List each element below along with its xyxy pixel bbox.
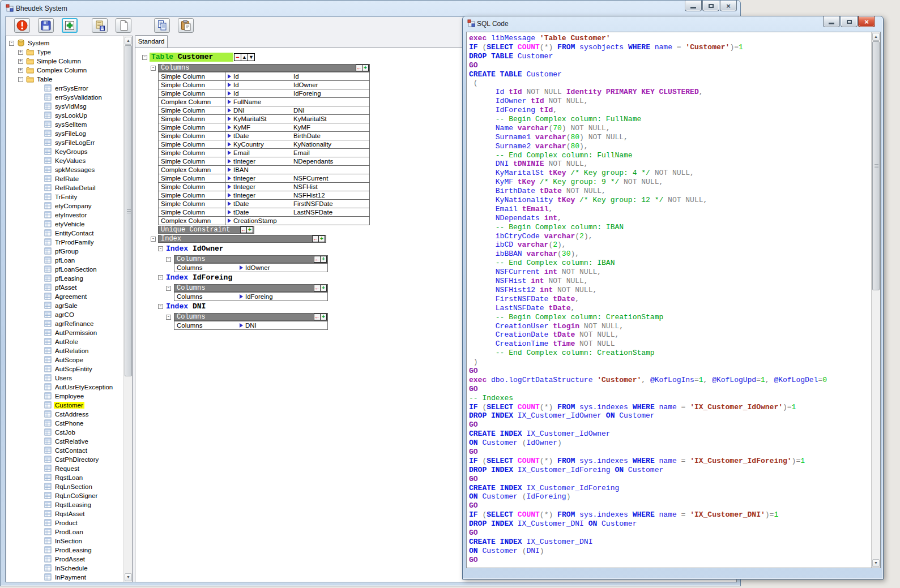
column-row[interactable]: Simple ColumnDNIDNI: [158, 106, 370, 115]
column-row[interactable]: Simple ColumntDateLastNSFDate: [158, 208, 370, 217]
paste-button[interactable]: [178, 18, 194, 33]
sql-code-area[interactable]: exec libMessage 'Table Customer'IF (SELE…: [466, 32, 881, 568]
tree-item[interactable]: sysFileLog: [6, 129, 123, 138]
tree-item[interactable]: pfLoanSection: [6, 265, 123, 274]
add-unique-button[interactable]: +: [246, 226, 253, 233]
column-type-cell[interactable]: KyCountry: [225, 140, 293, 148]
column-type-cell[interactable]: Id: [225, 81, 293, 89]
index-column-row[interactable]: ColumnsIdForeing: [174, 292, 328, 301]
column-row[interactable]: Simple ColumnIdId: [158, 72, 370, 81]
tree-item[interactable]: +Simple Column: [6, 57, 123, 66]
column-name[interactable]: NSFHist: [293, 183, 369, 190]
expand-toggle-icon[interactable]: +: [18, 59, 23, 64]
save-sql-script-button[interactable]: [92, 18, 108, 33]
main-titlebar[interactable]: Bheudek System ×: [1, 1, 740, 16]
tree-item[interactable]: sysVldMsg: [6, 102, 123, 111]
add-index-column-button[interactable]: +: [320, 285, 327, 291]
scroll-down-icon[interactable]: ▼: [125, 573, 132, 581]
tree-item[interactable]: +Complex Column: [6, 66, 123, 75]
column-name[interactable]: KyNationality: [293, 141, 369, 148]
tree-item[interactable]: CstJob: [6, 428, 123, 437]
tree-item[interactable]: RqstAsset: [6, 509, 123, 518]
column-type-cell[interactable]: KyMaritalSt: [225, 115, 293, 123]
tree-item[interactable]: sysSelItem: [6, 120, 123, 129]
column-name[interactable]: KyMaritalSt: [293, 115, 369, 122]
tree-item[interactable]: ProdLoan: [6, 527, 123, 537]
column-row[interactable]: Simple ColumnIdIdForeing: [158, 89, 370, 98]
tree-item[interactable]: +Type: [6, 48, 123, 57]
column-type-cell[interactable]: Email: [225, 149, 293, 157]
index-row-value-cell[interactable]: IdForeing: [238, 293, 306, 301]
column-name[interactable]: BirthDate: [293, 132, 369, 139]
index-row-value-cell[interactable]: IdOwner: [238, 264, 306, 272]
tree-item[interactable]: ProdLeasing: [6, 546, 123, 555]
close-button[interactable]: ×: [720, 1, 737, 11]
expand-toggle-icon[interactable]: -: [158, 246, 163, 251]
columns-collapse-toggle[interactable]: -: [151, 66, 156, 71]
column-row[interactable]: Simple ColumntDateBirthDate: [158, 131, 370, 140]
sql-titlebar[interactable]: SQL Code ×: [463, 16, 883, 32]
expand-toggle-icon[interactable]: -: [9, 41, 14, 46]
add-button[interactable]: [62, 18, 78, 33]
tree-item[interactable]: Employee: [6, 392, 123, 401]
column-type-cell[interactable]: IBAN: [225, 166, 293, 174]
tree-item[interactable]: CstRelative: [6, 437, 123, 446]
index-column-row[interactable]: ColumnsIdOwner: [174, 263, 328, 272]
column-type-cell[interactable]: tInteger: [225, 183, 293, 191]
tree-item[interactable]: KeyGroups: [6, 147, 123, 156]
tree-item[interactable]: Users: [6, 374, 123, 383]
sql-minimize-button[interactable]: [823, 16, 840, 27]
tree-item[interactable]: Agreement: [6, 292, 123, 301]
column-name[interactable]: Email: [293, 149, 369, 156]
column-type-cell[interactable]: CreationStamp: [225, 217, 293, 225]
tree-item[interactable]: InPayment: [6, 573, 123, 582]
tree-item[interactable]: Customer: [6, 401, 123, 410]
tree-item[interactable]: agrRefinance: [6, 319, 123, 328]
tree-item[interactable]: RqLnCoSigner: [6, 491, 123, 500]
tree-item[interactable]: CstPhDirectory: [6, 455, 123, 464]
tree-item[interactable]: agrSale: [6, 301, 123, 310]
tree-item[interactable]: errSysError: [6, 84, 123, 93]
column-name[interactable]: NDependants: [293, 158, 369, 165]
tree-item[interactable]: AutScope: [6, 355, 123, 364]
validate-button[interactable]: [14, 18, 30, 33]
tree-item[interactable]: RqLnSection: [6, 482, 123, 491]
column-type-cell[interactable]: tDate: [225, 132, 293, 140]
tree-item[interactable]: Request: [6, 464, 123, 473]
tree-item[interactable]: RefRateDetail: [6, 183, 123, 192]
column-row[interactable]: Simple ColumnEmailEmail: [158, 148, 370, 157]
column-type-cell[interactable]: KyMF: [225, 123, 293, 131]
tree-item[interactable]: Product: [6, 518, 123, 527]
column-type-cell[interactable]: Id: [225, 89, 293, 97]
tree-item[interactable]: etyVehicle: [6, 220, 123, 229]
collapse-toggle[interactable]: -: [142, 55, 147, 60]
column-type-cell[interactable]: Id: [225, 72, 293, 80]
sql-scroll-up-icon[interactable]: ▲: [872, 33, 880, 41]
index-collapse-toggle[interactable]: -: [151, 237, 156, 242]
sql-close-button[interactable]: ×: [858, 16, 875, 27]
index-entry[interactable]: -IndexDNI: [158, 302, 206, 311]
expand-toggle-icon[interactable]: +: [18, 68, 23, 73]
column-name[interactable]: KyMF: [293, 124, 369, 131]
move-down-button[interactable]: ▼: [248, 53, 255, 61]
maximize-button[interactable]: [702, 1, 719, 11]
tree-item[interactable]: AutScpEntity: [6, 364, 123, 374]
column-row[interactable]: Complex ColumnIBAN: [158, 165, 370, 174]
tree-item[interactable]: pfLeasing: [6, 274, 123, 283]
column-name[interactable]: IdOwner: [293, 81, 369, 88]
column-type-cell[interactable]: tDate: [225, 200, 293, 208]
column-type-cell[interactable]: DNI: [225, 106, 293, 114]
tree-item[interactable]: etyCompany: [6, 201, 123, 211]
index-row-value-cell[interactable]: DNI: [238, 321, 306, 329]
index-entry[interactable]: -IndexIdForeing: [158, 273, 232, 282]
index-columns-collapse-toggle[interactable]: -: [166, 286, 171, 291]
column-type-cell[interactable]: tInteger: [225, 174, 293, 182]
new-document-button[interactable]: [116, 18, 131, 33]
column-row[interactable]: Simple ColumntIntegerNSFHist12: [158, 191, 370, 200]
add-index-button[interactable]: +: [318, 235, 325, 242]
sql-code-text[interactable]: exec libMessage 'Table Customer'IF (SELE…: [467, 32, 871, 568]
column-name[interactable]: FirstNSFDate: [293, 200, 369, 207]
column-type-cell[interactable]: FullName: [225, 98, 293, 106]
tree-item[interactable]: pfGroup: [6, 247, 123, 256]
column-row[interactable]: Simple ColumntDateFirstNSFDate: [158, 199, 370, 208]
